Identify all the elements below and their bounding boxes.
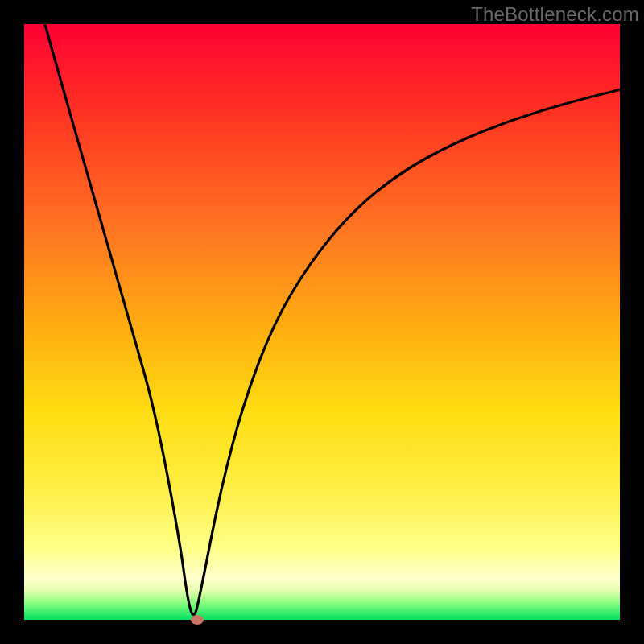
curve-svg xyxy=(24,24,620,620)
optimum-marker xyxy=(191,615,204,625)
watermark-text: TheBottleneck.com xyxy=(471,3,639,26)
chart-frame: TheBottleneck.com xyxy=(0,0,644,644)
bottleneck-curve-path xyxy=(45,24,620,615)
plot-area xyxy=(24,24,620,620)
